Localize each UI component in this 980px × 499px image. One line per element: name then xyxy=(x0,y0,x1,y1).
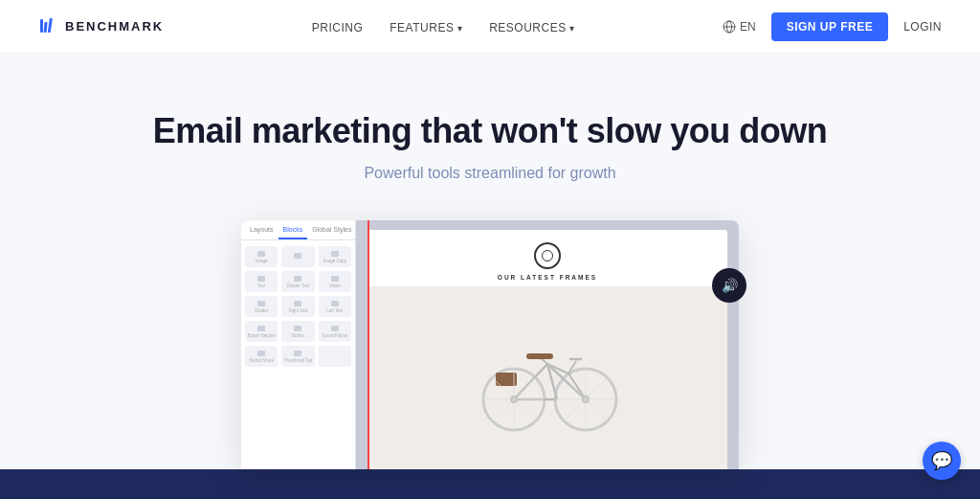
tab-layouts[interactable]: Layouts xyxy=(245,220,278,239)
signup-button[interactable]: SIGN UP FREE xyxy=(771,12,888,41)
block-divider[interactable]: Divider xyxy=(245,296,278,317)
brand-logo xyxy=(533,241,562,270)
block-thumbnail[interactable]: Thumbnail Tab xyxy=(281,346,314,367)
chat-bubble-button[interactable]: 💬 xyxy=(923,442,961,480)
logo-circle xyxy=(534,242,561,269)
hero-title: Email marketing that won't slow you down xyxy=(19,111,961,151)
globe-icon xyxy=(723,20,736,34)
speaker-icon: 🔊 xyxy=(722,278,738,293)
tab-blocks[interactable]: Blocks xyxy=(278,220,308,239)
block-video[interactable]: Video xyxy=(319,271,351,292)
tab-global-styles[interactable]: Global Styles xyxy=(307,220,356,239)
sound-button[interactable]: 🔊 xyxy=(712,268,746,303)
nav-item-resources[interactable]: RESOURCES xyxy=(489,18,574,35)
bike-illustration xyxy=(368,286,727,469)
block-text[interactable]: Text xyxy=(245,271,278,292)
block-social-share[interactable]: Social Share xyxy=(245,346,278,367)
block-image-copy[interactable]: Image Copy xyxy=(319,246,351,267)
pricing-link[interactable]: PRICING xyxy=(312,21,364,34)
block-right-text[interactable]: Right Text xyxy=(281,296,314,317)
block-divider-text[interactable]: Divider Text xyxy=(281,271,314,292)
resources-link[interactable]: RESOURCES xyxy=(489,21,574,34)
logo-icon xyxy=(38,17,57,36)
blocks-grid: Image Image Copy Text Divider Text Video… xyxy=(241,240,355,373)
email-card: OUR LATEST FRAMES xyxy=(368,230,727,469)
block-button[interactable]: Button xyxy=(281,321,314,342)
nav-item-features[interactable]: FEATURES xyxy=(390,18,462,35)
block-image[interactable]: Image xyxy=(245,246,278,267)
editor-sidebar: Layouts Blocks Global Styles Image Image… xyxy=(241,220,356,469)
features-link[interactable]: FEATURES xyxy=(390,21,462,34)
block-2[interactable] xyxy=(281,246,314,267)
red-indicator xyxy=(368,220,369,469)
block-left-text[interactable]: Left Text xyxy=(319,296,351,317)
editor-screenshot: Layouts Blocks Global Styles Image Image… xyxy=(241,220,739,469)
nav-item-pricing[interactable]: PRICING xyxy=(312,18,364,35)
navigation: BEncHMARK PRICING FEATURES RESOURCES EN … xyxy=(0,0,980,54)
svg-rect-0 xyxy=(40,19,43,33)
hero-section: Email marketing that won't slow you down… xyxy=(0,54,980,469)
bottom-band xyxy=(0,469,980,499)
block-button-section[interactable]: Button Section xyxy=(245,321,278,342)
login-button[interactable]: LOGIN xyxy=(903,20,942,34)
svg-rect-2 xyxy=(48,18,53,33)
nav-right: EN SIGN UP FREE LOGIN xyxy=(723,12,942,41)
bicycle-svg xyxy=(461,321,634,436)
hero-subtitle: Powerful tools streamlined for growth xyxy=(19,165,961,182)
language-label: EN xyxy=(740,20,756,34)
logo-inner-circle xyxy=(542,250,553,261)
product-mockup: Layouts Blocks Global Styles Image Image… xyxy=(241,220,739,469)
email-preview-area: OUR LATEST FRAMES xyxy=(356,220,739,469)
block-empty xyxy=(319,346,351,367)
logo-link[interactable]: BEncHMARK xyxy=(38,17,164,36)
svg-rect-17 xyxy=(526,353,553,359)
logo-text: BEncHMARK xyxy=(65,19,164,34)
bike-image-area xyxy=(368,286,727,469)
language-selector[interactable]: EN xyxy=(723,20,756,34)
editor-tabs: Layouts Blocks Global Styles xyxy=(241,220,355,240)
chat-icon: 💬 xyxy=(931,450,952,471)
email-card-title: OUR LATEST FRAMES xyxy=(498,274,597,281)
nav-links: PRICING FEATURES RESOURCES xyxy=(312,18,575,35)
svg-rect-1 xyxy=(44,22,48,33)
block-social-follow[interactable]: Social Follow xyxy=(319,321,351,342)
